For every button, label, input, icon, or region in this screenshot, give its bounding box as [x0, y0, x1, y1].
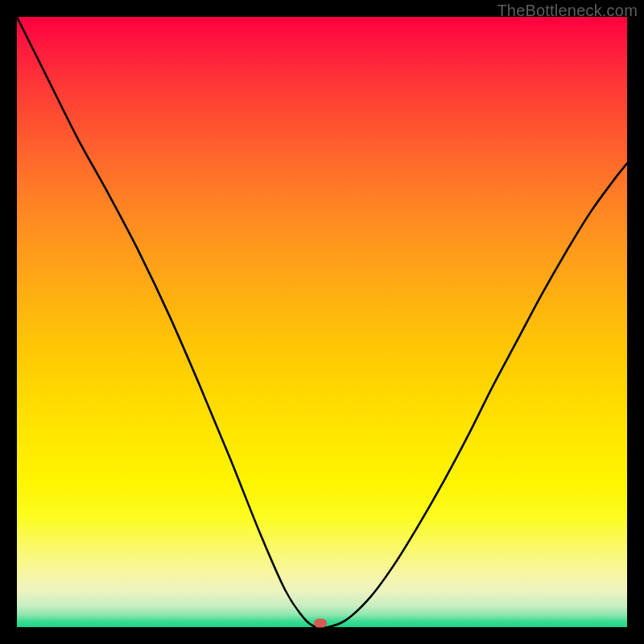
optimum-marker — [314, 618, 327, 627]
plot-area — [17, 17, 627, 627]
bottleneck-curve — [17, 17, 627, 627]
chart-frame: TheBottleneck.com — [0, 0, 644, 644]
watermark-text: TheBottleneck.com — [497, 2, 638, 20]
